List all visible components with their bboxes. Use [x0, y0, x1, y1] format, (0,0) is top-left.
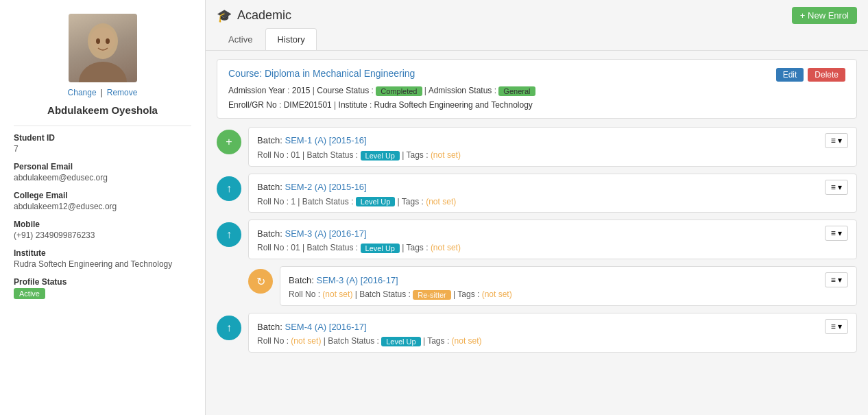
- student-id-label: Student ID: [14, 133, 191, 143]
- course-label: Course:: [228, 68, 262, 79]
- batch-dropdown-button[interactable]: ≡ ▾: [825, 133, 848, 148]
- tab-history[interactable]: History: [265, 28, 316, 50]
- main-title: 🎓 Academic: [217, 8, 291, 23]
- timeline-icon: ↑: [217, 222, 241, 247]
- course-card: Course: Diploma in Mechanical Engineerin…: [217, 59, 857, 119]
- svg-point-1: [79, 62, 127, 82]
- batch-title: Batch: SEM-2 (A) [2015-16]: [257, 182, 367, 192]
- batch-status-badge: Level Up: [356, 197, 395, 206]
- sub-batch-dropdown-button[interactable]: ≡ ▾: [825, 272, 848, 287]
- batch-meta: Roll No : 01 | Batch Status : Level Up |…: [257, 150, 848, 161]
- course-header: Course: Diploma in Mechanical Engineerin…: [228, 68, 845, 82]
- mobile-value: (+91) 2349099876233: [14, 230, 191, 240]
- personal-email-label: Personal Email: [14, 162, 191, 171]
- batch-dropdown-button[interactable]: ≡ ▾: [825, 180, 848, 195]
- enrol-gr-value: DIME201501: [284, 100, 332, 110]
- batch-card: Batch: SEM-3 (A) [2016-17]≡ ▾Roll No : 0…: [248, 220, 857, 259]
- course-institute-label: Institute: [339, 100, 367, 110]
- batch-meta: Roll No : (not set) | Batch Status : Lev…: [257, 336, 848, 346]
- sidebar: Change | Remove Abdulakeem Oyeshola Stud…: [0, 0, 206, 415]
- institute-label: Institute: [14, 248, 191, 258]
- course-meta-2: Enroll/GR No : DIME201501 | Institute : …: [228, 100, 845, 110]
- institute-field: Institute Rudra Softech Engineering and …: [14, 248, 191, 269]
- timeline: +Batch: SEM-1 (A) [2015-16]≡ ▾Roll No : …: [206, 127, 868, 370]
- admission-status-label: Admission Status: [429, 86, 492, 95]
- sidebar-fields: Student ID 7 Personal Email abdulakeem@e…: [14, 133, 191, 307]
- course-institute-value: Rudra Softech Engineering and Technology: [374, 100, 533, 110]
- student-id-field: Student ID 7: [14, 133, 191, 154]
- course-name: Diploma in Mechanical Engineering: [265, 68, 415, 79]
- timeline-icon: ↑: [217, 176, 241, 201]
- timeline-item: ↑Batch: SEM-2 (A) [2015-16]≡ ▾Roll No : …: [217, 174, 857, 213]
- batch-card: Batch: SEM-4 (A) [2016-17]≡ ▾Roll No : (…: [248, 313, 857, 353]
- course-status-label: Course Status: [317, 86, 369, 95]
- sub-timeline-icon: ↻: [248, 269, 273, 294]
- admission-year-label: Admission Year: [228, 86, 285, 95]
- sub-timeline-item: ↻Batch: SEM-3 (A) [2016-17]≡ ▾Roll No : …: [248, 266, 857, 306]
- enrol-gr-label: Enroll/GR No: [228, 100, 277, 110]
- batch-card: Batch: SEM-1 (A) [2015-16]≡ ▾Roll No : 0…: [248, 127, 857, 167]
- svg-point-2: [91, 27, 115, 52]
- tabs-container: Active History: [206, 28, 868, 51]
- avatar: [69, 14, 137, 82]
- change-photo-link[interactable]: Change: [68, 88, 97, 97]
- title-text: Academic: [237, 8, 291, 23]
- batch-status-badge: Level Up: [361, 244, 400, 253]
- student-id-value: 7: [14, 144, 191, 154]
- institute-value: Rudra Softech Engineering and Technology: [14, 259, 191, 269]
- batch-meta: Roll No : 01 | Batch Status : Level Up |…: [257, 243, 848, 253]
- edit-button[interactable]: Edit: [776, 68, 804, 82]
- timeline-item: ↑Batch: SEM-4 (A) [2016-17]≡ ▾Roll No : …: [217, 313, 857, 353]
- college-email-value: abdulakeem12@edusec.org: [14, 202, 191, 211]
- batch-meta: Roll No : 1 | Batch Status : Level Up | …: [257, 197, 848, 207]
- batch-card: Batch: SEM-2 (A) [2015-16]≡ ▾Roll No : 1…: [248, 174, 857, 213]
- batch-status-badge: Level Up: [381, 337, 420, 346]
- course-title: Course: Diploma in Mechanical Engineerin…: [228, 68, 415, 79]
- batch-dropdown-button[interactable]: ≡ ▾: [825, 319, 848, 334]
- svg-point-4: [106, 38, 110, 44]
- svg-point-3: [96, 38, 100, 44]
- timeline-icon: ↑: [217, 316, 241, 340]
- photo-actions: Change | Remove: [68, 88, 138, 97]
- batch-status-badge: Level Up: [361, 151, 400, 161]
- course-actions: Edit Delete: [776, 68, 845, 82]
- course-meta-1: Admission Year : 2015 | Course Status : …: [228, 86, 845, 96]
- college-email-label: College Email: [14, 191, 191, 200]
- sidebar-divider: [14, 126, 191, 126]
- student-name: Abdulakeem Oyeshola: [47, 104, 158, 116]
- sub-batch-meta: Roll No : (not set) | Batch Status : Re-…: [289, 289, 848, 300]
- admission-status-badge: General: [498, 86, 535, 96]
- timeline-item: +Batch: SEM-1 (A) [2015-16]≡ ▾Roll No : …: [217, 127, 857, 167]
- personal-email-field: Personal Email abdulakeem@edusec.org: [14, 162, 191, 182]
- college-email-field: College Email abdulakeem12@edusec.org: [14, 191, 191, 211]
- sub-batch-card: Batch: SEM-3 (A) [2016-17]≡ ▾Roll No : (…: [280, 266, 857, 306]
- batch-dropdown-button[interactable]: ≡ ▾: [825, 226, 848, 241]
- batch-title: Batch: SEM-1 (A) [2015-16]: [257, 135, 367, 145]
- profile-status-field: Profile Status Active: [14, 277, 191, 299]
- timeline-icon: +: [217, 130, 241, 154]
- sub-batch-title: Batch: SEM-3 (A) [2016-17]: [289, 275, 398, 285]
- profile-status-label: Profile Status: [14, 277, 191, 287]
- batch-title: Batch: SEM-3 (A) [2016-17]: [257, 228, 367, 239]
- delete-button[interactable]: Delete: [808, 68, 845, 82]
- timeline-item: ↑Batch: SEM-3 (A) [2016-17]≡ ▾Roll No : …: [217, 220, 857, 259]
- remove-photo-link[interactable]: Remove: [107, 88, 138, 97]
- profile-status-badge: Active: [14, 288, 45, 299]
- graduation-icon: 🎓: [217, 8, 232, 23]
- new-enrol-button[interactable]: + New Enrol: [792, 7, 857, 24]
- main-content: 🎓 Academic + New Enrol Active History Co…: [206, 0, 868, 415]
- main-header: 🎓 Academic + New Enrol: [206, 0, 868, 28]
- tab-active[interactable]: Active: [217, 28, 264, 50]
- mobile-label: Mobile: [14, 220, 191, 229]
- mobile-field: Mobile (+91) 2349099876233: [14, 220, 191, 240]
- course-status-badge: Completed: [376, 86, 422, 96]
- admission-year-value: 2015: [292, 86, 311, 95]
- batch-title: Batch: SEM-4 (A) [2016-17]: [257, 322, 367, 332]
- personal-email-value: abdulakeem@edusec.org: [14, 173, 191, 182]
